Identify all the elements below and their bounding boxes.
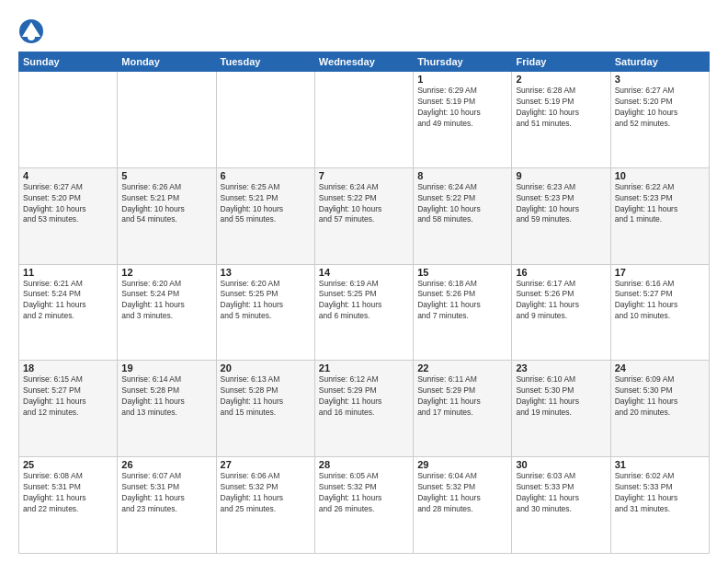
- calendar-table: SundayMondayTuesdayWednesdayThursdayFrid…: [18, 52, 710, 554]
- calendar-cell: 13Sunrise: 6:20 AMSunset: 5:25 PMDayligh…: [216, 264, 314, 361]
- calendar-cell: 25Sunrise: 6:08 AMSunset: 5:31 PMDayligh…: [19, 457, 118, 554]
- calendar-cell: 18Sunrise: 6:15 AMSunset: 5:27 PMDayligh…: [19, 361, 118, 457]
- day-number: 13: [221, 267, 311, 278]
- day-info: Sunrise: 6:11 AMSunset: 5:29 PMDaylight:…: [417, 374, 507, 419]
- calendar-week-2: 4Sunrise: 6:27 AMSunset: 5:20 PMDaylight…: [19, 167, 710, 264]
- page: SundayMondayTuesdayWednesdayThursdayFrid…: [0, 0, 728, 563]
- day-info: Sunrise: 6:12 AMSunset: 5:29 PMDaylight:…: [319, 374, 409, 419]
- calendar-cell: 30Sunrise: 6:03 AMSunset: 5:33 PMDayligh…: [512, 457, 610, 554]
- calendar-body: 1Sunrise: 6:29 AMSunset: 5:19 PMDaylight…: [19, 72, 710, 554]
- calendar-cell: [118, 72, 216, 168]
- day-info: Sunrise: 6:20 AMSunset: 5:25 PMDaylight:…: [221, 279, 311, 323]
- calendar-cell: 21Sunrise: 6:12 AMSunset: 5:29 PMDayligh…: [314, 361, 413, 457]
- logo-icon: [18, 18, 44, 44]
- day-info: Sunrise: 6:03 AMSunset: 5:33 PMDaylight:…: [516, 471, 606, 515]
- day-number: 20: [221, 362, 311, 373]
- day-info: Sunrise: 6:13 AMSunset: 5:28 PMDaylight:…: [221, 374, 311, 419]
- day-number: 10: [615, 170, 705, 181]
- day-info: Sunrise: 6:26 AMSunset: 5:21 PMDaylight:…: [121, 182, 211, 226]
- day-info: Sunrise: 6:24 AMSunset: 5:22 PMDaylight:…: [417, 182, 507, 226]
- calendar-header: SundayMondayTuesdayWednesdayThursdayFrid…: [19, 52, 710, 72]
- calendar-cell: 16Sunrise: 6:17 AMSunset: 5:26 PMDayligh…: [512, 264, 610, 361]
- day-number: 5: [121, 170, 211, 181]
- calendar-cell: 8Sunrise: 6:24 AMSunset: 5:22 PMDaylight…: [414, 167, 512, 264]
- weekday-header-saturday: Saturday: [610, 52, 709, 72]
- day-info: Sunrise: 6:02 AMSunset: 5:33 PMDaylight:…: [615, 471, 705, 515]
- calendar-cell: 29Sunrise: 6:04 AMSunset: 5:32 PMDayligh…: [414, 457, 512, 554]
- calendar-cell: 5Sunrise: 6:26 AMSunset: 5:21 PMDaylight…: [118, 167, 216, 264]
- calendar-cell: 7Sunrise: 6:24 AMSunset: 5:22 PMDaylight…: [314, 167, 413, 264]
- calendar-cell: [19, 72, 118, 168]
- day-info: Sunrise: 6:25 AMSunset: 5:21 PMDaylight:…: [221, 182, 311, 226]
- day-number: 11: [23, 267, 113, 278]
- day-number: 21: [319, 362, 409, 373]
- weekday-header-wednesday: Wednesday: [314, 52, 413, 72]
- day-info: Sunrise: 6:19 AMSunset: 5:25 PMDaylight:…: [319, 279, 409, 323]
- day-info: Sunrise: 6:27 AMSunset: 5:20 PMDaylight:…: [23, 182, 113, 226]
- svg-point-2: [28, 33, 35, 40]
- day-info: Sunrise: 6:29 AMSunset: 5:19 PMDaylight:…: [417, 86, 507, 130]
- day-number: 16: [516, 267, 606, 278]
- day-number: 3: [615, 74, 705, 85]
- calendar-cell: 19Sunrise: 6:14 AMSunset: 5:28 PMDayligh…: [118, 361, 216, 457]
- day-info: Sunrise: 6:27 AMSunset: 5:20 PMDaylight:…: [615, 86, 705, 130]
- calendar-week-3: 11Sunrise: 6:21 AMSunset: 5:24 PMDayligh…: [19, 264, 710, 361]
- day-info: Sunrise: 6:20 AMSunset: 5:24 PMDaylight:…: [121, 279, 211, 323]
- calendar-cell: 2Sunrise: 6:28 AMSunset: 5:19 PMDaylight…: [512, 72, 610, 168]
- day-number: 18: [23, 362, 113, 373]
- day-info: Sunrise: 6:24 AMSunset: 5:22 PMDaylight:…: [319, 182, 409, 226]
- calendar-cell: 20Sunrise: 6:13 AMSunset: 5:28 PMDayligh…: [216, 361, 314, 457]
- day-number: 23: [516, 362, 606, 373]
- calendar-cell: 15Sunrise: 6:18 AMSunset: 5:26 PMDayligh…: [414, 264, 512, 361]
- day-info: Sunrise: 6:10 AMSunset: 5:30 PMDaylight:…: [516, 374, 606, 419]
- weekday-header-thursday: Thursday: [414, 52, 512, 72]
- calendar-cell: [314, 72, 413, 168]
- day-info: Sunrise: 6:04 AMSunset: 5:32 PMDaylight:…: [417, 471, 507, 515]
- calendar-cell: 6Sunrise: 6:25 AMSunset: 5:21 PMDaylight…: [216, 167, 314, 264]
- day-number: 27: [221, 459, 311, 470]
- calendar-cell: 11Sunrise: 6:21 AMSunset: 5:24 PMDayligh…: [19, 264, 118, 361]
- day-number: 26: [121, 459, 211, 470]
- weekday-header-monday: Monday: [118, 52, 216, 72]
- day-info: Sunrise: 6:18 AMSunset: 5:26 PMDaylight:…: [417, 279, 507, 323]
- calendar-cell: 24Sunrise: 6:09 AMSunset: 5:30 PMDayligh…: [610, 361, 709, 457]
- day-number: 8: [417, 170, 507, 181]
- calendar-cell: 26Sunrise: 6:07 AMSunset: 5:31 PMDayligh…: [118, 457, 216, 554]
- day-info: Sunrise: 6:21 AMSunset: 5:24 PMDaylight:…: [23, 279, 113, 323]
- day-info: Sunrise: 6:22 AMSunset: 5:23 PMDaylight:…: [615, 182, 705, 226]
- day-info: Sunrise: 6:05 AMSunset: 5:32 PMDaylight:…: [319, 471, 409, 515]
- weekday-header-friday: Friday: [512, 52, 610, 72]
- calendar-week-5: 25Sunrise: 6:08 AMSunset: 5:31 PMDayligh…: [19, 457, 710, 554]
- day-number: 17: [615, 267, 705, 278]
- weekday-header-tuesday: Tuesday: [216, 52, 314, 72]
- calendar-cell: 23Sunrise: 6:10 AMSunset: 5:30 PMDayligh…: [512, 361, 610, 457]
- header: [18, 15, 710, 44]
- day-number: 15: [417, 267, 507, 278]
- calendar-cell: 10Sunrise: 6:22 AMSunset: 5:23 PMDayligh…: [610, 167, 709, 264]
- day-number: 30: [516, 459, 606, 470]
- calendar-cell: 9Sunrise: 6:23 AMSunset: 5:23 PMDaylight…: [512, 167, 610, 264]
- weekday-header-sunday: Sunday: [19, 52, 118, 72]
- calendar-cell: 28Sunrise: 6:05 AMSunset: 5:32 PMDayligh…: [314, 457, 413, 554]
- day-number: 4: [23, 170, 113, 181]
- calendar-cell: 12Sunrise: 6:20 AMSunset: 5:24 PMDayligh…: [118, 264, 216, 361]
- day-number: 25: [23, 459, 113, 470]
- day-number: 2: [516, 74, 606, 85]
- day-info: Sunrise: 6:09 AMSunset: 5:30 PMDaylight:…: [615, 374, 705, 419]
- day-number: 6: [221, 170, 311, 181]
- calendar-cell: 22Sunrise: 6:11 AMSunset: 5:29 PMDayligh…: [414, 361, 512, 457]
- day-info: Sunrise: 6:17 AMSunset: 5:26 PMDaylight:…: [516, 279, 606, 323]
- calendar-cell: 31Sunrise: 6:02 AMSunset: 5:33 PMDayligh…: [610, 457, 709, 554]
- weekday-header-row: SundayMondayTuesdayWednesdayThursdayFrid…: [19, 52, 710, 72]
- day-number: 19: [121, 362, 211, 373]
- day-info: Sunrise: 6:28 AMSunset: 5:19 PMDaylight:…: [516, 86, 606, 130]
- calendar-cell: 3Sunrise: 6:27 AMSunset: 5:20 PMDaylight…: [610, 72, 709, 168]
- calendar-cell: 14Sunrise: 6:19 AMSunset: 5:25 PMDayligh…: [314, 264, 413, 361]
- calendar-cell: 17Sunrise: 6:16 AMSunset: 5:27 PMDayligh…: [610, 264, 709, 361]
- logo: [18, 18, 44, 44]
- calendar-cell: 27Sunrise: 6:06 AMSunset: 5:32 PMDayligh…: [216, 457, 314, 554]
- day-number: 22: [417, 362, 507, 373]
- calendar-cell: [216, 72, 314, 168]
- day-info: Sunrise: 6:16 AMSunset: 5:27 PMDaylight:…: [615, 279, 705, 323]
- day-number: 24: [615, 362, 705, 373]
